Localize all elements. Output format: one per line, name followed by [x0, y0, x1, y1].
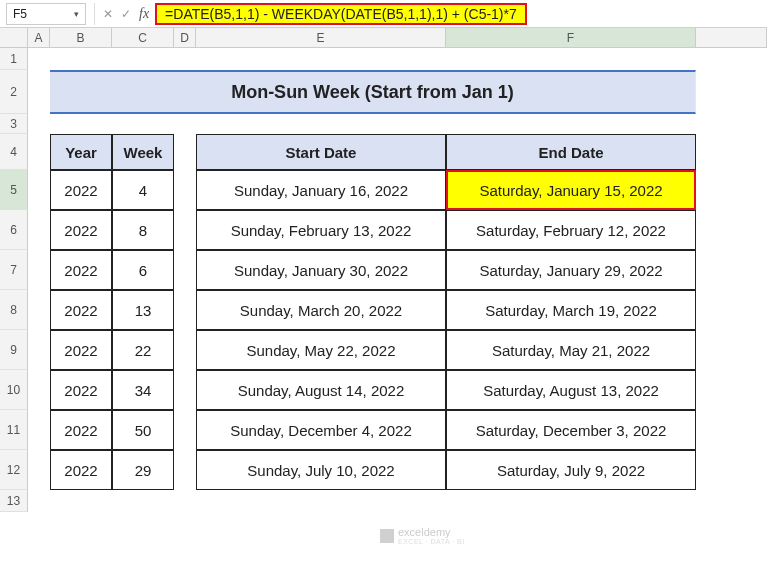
- cell-week-5[interactable]: 4: [112, 170, 174, 210]
- name-box-value: F5: [13, 7, 27, 21]
- row-header-6[interactable]: 6: [0, 210, 28, 250]
- cell-start-6[interactable]: Sunday, February 13, 2022: [196, 210, 446, 250]
- watermark-icon: [380, 529, 394, 543]
- cell-week-10[interactable]: 34: [112, 370, 174, 410]
- row-header-2[interactable]: 2: [0, 70, 28, 114]
- spreadsheet-grid: ABCDEF 12345678910111213 Mon-Sun Week (S…: [0, 28, 767, 48]
- cell-start-5[interactable]: Sunday, January 16, 2022: [196, 170, 446, 210]
- cell-week-9[interactable]: 22: [112, 330, 174, 370]
- cell-end-9[interactable]: Saturday, May 21, 2022: [446, 330, 696, 370]
- cell-end-7[interactable]: Saturday, January 29, 2022: [446, 250, 696, 290]
- cell-year-11[interactable]: 2022: [50, 410, 112, 450]
- cell-start-9[interactable]: Sunday, May 22, 2022: [196, 330, 446, 370]
- cell-week-11[interactable]: 50: [112, 410, 174, 450]
- divider: [94, 3, 95, 25]
- cell-week-8[interactable]: 13: [112, 290, 174, 330]
- watermark-sub: EXCEL · DATA · BI: [398, 538, 465, 545]
- header-year[interactable]: Year: [50, 134, 112, 170]
- select-all-corner[interactable]: [0, 28, 28, 47]
- cell-year-9[interactable]: 2022: [50, 330, 112, 370]
- cell-year-6[interactable]: 2022: [50, 210, 112, 250]
- cell-week-12[interactable]: 29: [112, 450, 174, 490]
- cell-year-5[interactable]: 2022: [50, 170, 112, 210]
- watermark-name: exceldemy: [398, 526, 451, 538]
- row-header-3[interactable]: 3: [0, 114, 28, 134]
- cell-start-10[interactable]: Sunday, August 14, 2022: [196, 370, 446, 410]
- col-header-A[interactable]: A: [28, 28, 50, 47]
- title-cell[interactable]: Mon-Sun Week (Start from Jan 1): [50, 70, 696, 114]
- header-start-date[interactable]: Start Date: [196, 134, 446, 170]
- col-header-B[interactable]: B: [50, 28, 112, 47]
- name-box[interactable]: F5 ▾: [6, 3, 86, 25]
- cell-year-8[interactable]: 2022: [50, 290, 112, 330]
- cell-start-12[interactable]: Sunday, July 10, 2022: [196, 450, 446, 490]
- cell-week-6[interactable]: 8: [112, 210, 174, 250]
- row-header-11[interactable]: 11: [0, 410, 28, 450]
- cell-year-7[interactable]: 2022: [50, 250, 112, 290]
- cell-start-11[interactable]: Sunday, December 4, 2022: [196, 410, 446, 450]
- row-header-8[interactable]: 8: [0, 290, 28, 330]
- watermark: exceldemy EXCEL · DATA · BI: [380, 526, 465, 545]
- row-header-10[interactable]: 10: [0, 370, 28, 410]
- row-headers: 12345678910111213: [0, 48, 28, 512]
- col-header-E[interactable]: E: [196, 28, 446, 47]
- row-header-9[interactable]: 9: [0, 330, 28, 370]
- header-end-date[interactable]: End Date: [446, 134, 696, 170]
- row-header-4[interactable]: 4: [0, 134, 28, 170]
- cell-week-7[interactable]: 6: [112, 250, 174, 290]
- cell-end-5[interactable]: Saturday, January 15, 2022: [446, 170, 696, 210]
- fx-icon[interactable]: fx: [139, 6, 149, 22]
- row-header-1[interactable]: 1: [0, 48, 28, 70]
- formula-bar-row: F5 ▾ ✕ ✓ fx =DATE(B5,1,1) - WEEKDAY(DATE…: [0, 0, 767, 28]
- column-headers: ABCDEF: [0, 28, 767, 48]
- cell-end-6[interactable]: Saturday, February 12, 2022: [446, 210, 696, 250]
- formula-bar[interactable]: =DATE(B5,1,1) - WEEKDAY(DATE(B5,1,1),1) …: [155, 3, 761, 25]
- cell-end-8[interactable]: Saturday, March 19, 2022: [446, 290, 696, 330]
- row-header-12[interactable]: 12: [0, 450, 28, 490]
- cell-end-11[interactable]: Saturday, December 3, 2022: [446, 410, 696, 450]
- row-header-13[interactable]: 13: [0, 490, 28, 512]
- cell-year-12[interactable]: 2022: [50, 450, 112, 490]
- col-header-D[interactable]: D: [174, 28, 196, 47]
- col-header-C[interactable]: C: [112, 28, 174, 47]
- row-header-7[interactable]: 7: [0, 250, 28, 290]
- cell-start-8[interactable]: Sunday, March 20, 2022: [196, 290, 446, 330]
- cell-end-12[interactable]: Saturday, July 9, 2022: [446, 450, 696, 490]
- col-header-F[interactable]: F: [446, 28, 696, 47]
- header-week[interactable]: Week: [112, 134, 174, 170]
- cancel-icon[interactable]: ✕: [103, 7, 113, 21]
- formula-buttons: ✕ ✓ fx: [103, 6, 149, 22]
- row-header-5[interactable]: 5: [0, 170, 28, 210]
- chevron-down-icon[interactable]: ▾: [74, 9, 79, 19]
- formula-text: =DATE(B5,1,1) - WEEKDAY(DATE(B5,1,1),1) …: [155, 3, 527, 25]
- cell-year-10[interactable]: 2022: [50, 370, 112, 410]
- cell-start-7[interactable]: Sunday, January 30, 2022: [196, 250, 446, 290]
- confirm-icon[interactable]: ✓: [121, 7, 131, 21]
- cell-end-10[interactable]: Saturday, August 13, 2022: [446, 370, 696, 410]
